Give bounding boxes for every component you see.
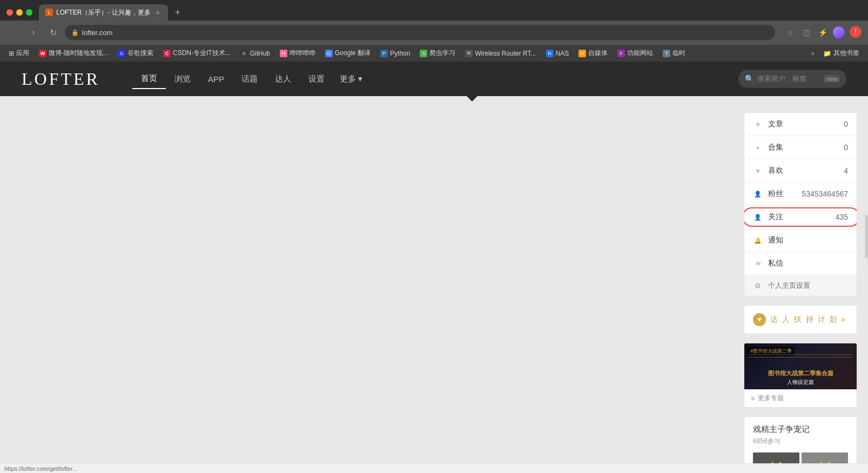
- nav-links: 首页 浏览 APP 话题 达人 设置 更多 ▾: [132, 69, 369, 89]
- bookmark-python[interactable]: P Python: [376, 49, 414, 58]
- update-icon[interactable]: !: [850, 26, 862, 38]
- topic-title: 戏精主子争宠记: [753, 424, 848, 435]
- reload-button[interactable]: ↻: [45, 25, 60, 40]
- maximize-button[interactable]: [26, 9, 32, 16]
- bookmark-hh-label: 哗哗哗哗: [290, 49, 315, 58]
- right-sidebar: ≡ 文章 0 ▪ 合集 0 ♥ 喜欢 4: [744, 112, 857, 473]
- notifications-icon: 🔔: [753, 235, 763, 245]
- bookmark-github-label: GitHub: [250, 50, 270, 57]
- search-placeholder: 搜索用户、标签: [757, 74, 820, 84]
- bookmark-csdn-label: CSDN-专业IT技术...: [173, 49, 231, 58]
- stats-collections-row[interactable]: ▪ 合集 0: [744, 136, 857, 159]
- bookmark-spider[interactable]: S 爬虫学习: [415, 48, 460, 59]
- more-collections-row[interactable]: ≡ 更多专题: [744, 389, 857, 407]
- search-box[interactable]: 🔍 搜索用户、标签 new: [738, 70, 846, 88]
- bookmark-python-label: Python: [390, 50, 410, 57]
- tab-bar: L LOFTER（乐乎）- 让兴趣，更多 ✕ +: [0, 0, 868, 21]
- lofter-navbar: LOFTER 首页 浏览 APP 话题 达人 设置 更多 ▾ 🔍 搜索用户、标签…: [0, 62, 868, 96]
- address-bar: ‹ › ↻ 🔒 lofter.com ☆ ◫ ⚡ !: [0, 21, 868, 44]
- bookmark-google-label: Google 翻译: [335, 49, 371, 58]
- browser-window: L LOFTER（乐乎）- 让兴趣，更多 ✕ + ‹ › ↻ 🔒 lofter.…: [0, 0, 868, 473]
- expert-plan-banner[interactable]: ▼ 达 人 扶 持 计 划 »: [744, 305, 857, 334]
- tab-close-button[interactable]: ✕: [154, 9, 162, 16]
- new-tab-button[interactable]: +: [170, 5, 185, 20]
- articles-value: 0: [844, 120, 848, 129]
- tab-title: LOFTER（乐乎）- 让兴趣，更多: [56, 8, 151, 17]
- forward-button[interactable]: ›: [26, 25, 41, 40]
- website-content: LOFTER 首页 浏览 APP 话题 达人 设置 更多 ▾ 🔍 搜索用户、标签…: [0, 62, 868, 473]
- more-collections-label: 更多专题: [758, 394, 784, 403]
- baidu-favicon: G: [118, 50, 125, 57]
- nav-home[interactable]: 首页: [132, 69, 166, 89]
- collection-title: 图书馆大战第二季集合篇: [749, 369, 852, 377]
- bookmark-func-label: 功能网站: [627, 49, 653, 58]
- bookmark-func[interactable]: F 功能网站: [613, 48, 657, 59]
- settings-label: 个人主页设置: [768, 281, 810, 290]
- left-area: [11, 112, 733, 473]
- bookmark-tmp[interactable]: T 临时: [658, 48, 690, 59]
- featured-collection[interactable]: #图书馆大战第二季 图书馆大战第二季集合篇 人物设定篇 ≡ 更多专题: [744, 343, 857, 408]
- spider-favicon: S: [420, 50, 427, 57]
- bookmark-weibo-label: 微博-随时随地发现...: [49, 49, 108, 58]
- messages-icon: ✉: [753, 259, 763, 268]
- bookmark-apps-label: 应用: [16, 49, 29, 58]
- bookmark-google[interactable]: G Google 翻译: [321, 48, 375, 59]
- bookmarks-other-folder[interactable]: 📁 其他书签: [819, 48, 864, 59]
- nav-more[interactable]: 更多 ▾: [333, 70, 369, 89]
- back-button[interactable]: ‹: [6, 25, 22, 40]
- reading-mode-icon[interactable]: ◫: [800, 26, 813, 39]
- bookmark-apps[interactable]: ⊞ 应用: [4, 48, 33, 59]
- python-favicon: P: [380, 50, 388, 57]
- minimize-button[interactable]: [16, 9, 23, 16]
- bookmarks-more-button[interactable]: »: [808, 49, 818, 58]
- nav-triangle: [467, 96, 477, 102]
- nav-more-label: 更多: [340, 74, 356, 84]
- lofter-logo: LOFTER: [22, 69, 100, 89]
- extensions-icon[interactable]: ⚡: [816, 26, 829, 39]
- bookmark-nas[interactable]: N NAS: [542, 49, 574, 58]
- scrollbar[interactable]: [865, 215, 868, 258]
- stats-notifications-row[interactable]: 🔔 通知: [744, 229, 857, 252]
- bookmark-csdn[interactable]: C CSDN-专业IT技术...: [159, 48, 235, 59]
- bookmark-media[interactable]: M 自媒体: [574, 48, 612, 59]
- following-value: 435: [836, 213, 848, 221]
- stats-fans-row[interactable]: 👤 粉丝 53453464567: [744, 183, 857, 206]
- url-bar[interactable]: 🔒 lofter.com: [65, 25, 775, 40]
- bookmark-nas-label: NAS: [556, 50, 569, 57]
- nav-settings[interactable]: 设置: [300, 70, 333, 89]
- settings-row[interactable]: ⚙ 个人主页设置: [744, 275, 857, 296]
- collections-value: 0: [844, 143, 848, 152]
- url-text: lofter.com: [82, 29, 112, 37]
- tab-favicon: L: [45, 9, 53, 16]
- topic-count: 6856参与: [753, 437, 848, 446]
- active-tab[interactable]: L LOFTER（乐乎）- 让兴趣，更多 ✕: [39, 4, 168, 21]
- stats-likes-row[interactable]: ♥ 喜欢 4: [744, 159, 857, 183]
- bookmark-router-label: Wireless Router RT...: [475, 50, 536, 57]
- bookmark-hh[interactable]: H 哗哗哗哗: [275, 48, 320, 59]
- profile-icon[interactable]: [832, 26, 845, 39]
- fans-label: 粉丝: [768, 189, 802, 199]
- nav-expert[interactable]: 达人: [266, 70, 300, 89]
- nav-app[interactable]: APP: [199, 70, 233, 88]
- bookmark-github[interactable]: ⊙ GitHub: [236, 49, 274, 58]
- collections-icon: ▪: [753, 143, 763, 152]
- stats-articles-row[interactable]: ≡ 文章 0: [744, 113, 857, 136]
- bookmark-tmp-label: 临时: [672, 49, 685, 58]
- nav-topic[interactable]: 话题: [233, 70, 266, 89]
- toolbar-icons: ☆ ◫ ⚡ !: [784, 26, 862, 39]
- bookmark-spider-label: 爬虫学习: [429, 49, 455, 58]
- close-button[interactable]: [6, 9, 13, 16]
- bookmark-star-icon[interactable]: ☆: [784, 26, 797, 39]
- nav-browse[interactable]: 浏览: [166, 70, 199, 89]
- stats-following-row[interactable]: 👤 关注 435: [744, 206, 857, 229]
- articles-label: 文章: [768, 119, 844, 129]
- stats-messages-row[interactable]: ✉ 私信: [744, 252, 857, 275]
- collections-label: 合集: [768, 143, 844, 152]
- bookmark-router[interactable]: R Wireless Router RT...: [461, 49, 540, 58]
- main-content: ≡ 文章 0 ▪ 合集 0 ♥ 喜欢 4: [0, 102, 868, 473]
- bookmark-baidu[interactable]: G 谷歌搜索: [113, 48, 158, 59]
- bookmark-weibo[interactable]: W 微博-随时随地发现...: [35, 48, 112, 59]
- window-controls: [6, 9, 32, 16]
- status-url: https://lofter.com/get/lofter...: [4, 465, 77, 472]
- other-folder-icon: 📁: [823, 50, 831, 57]
